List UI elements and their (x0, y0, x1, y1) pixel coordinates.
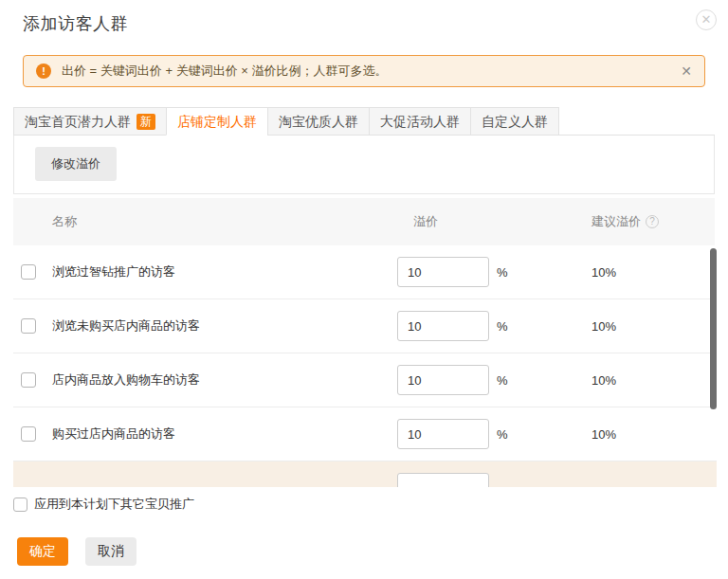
header-suggested: 建议溢价 ? (592, 213, 715, 230)
premium-input[interactable] (397, 473, 489, 487)
apply-to-plan-row: 应用到本计划下其它宝贝推广 (13, 496, 728, 513)
audience-name: 店内商品放入购物车的访客 (52, 371, 397, 389)
edit-premium-button[interactable]: 修改溢价 (35, 147, 117, 181)
apply-checkbox[interactable] (13, 498, 27, 512)
percent-suffix: % (497, 373, 508, 388)
alert-icon: ! (36, 63, 51, 79)
tab-label: 淘宝首页潜力人群 (25, 108, 131, 135)
table-row: 浏览未购买店内商品的访客 % 10% (13, 299, 717, 353)
apply-label: 应用到本计划下其它宝贝推广 (34, 496, 194, 513)
table-row: 店内商品放入购物车的访客 % 10% (13, 353, 717, 407)
table-row-partial (13, 461, 717, 487)
suggested-premium: 10% (592, 427, 715, 442)
row-checkbox[interactable] (21, 426, 36, 442)
table-row: 购买过店内商品的访客 % 10% (13, 407, 717, 461)
page-title: 添加访客人群 (0, 0, 728, 35)
confirm-button[interactable]: 确定 (17, 537, 68, 566)
tab-label: 店铺定制人群 (177, 108, 257, 135)
audience-name: 浏览过智钻推广的访客 (52, 263, 397, 280)
row-checkbox[interactable] (21, 264, 36, 280)
tab-taobao-quality[interactable]: 淘宝优质人群 (267, 107, 370, 136)
premium-input[interactable] (397, 365, 489, 395)
table-row: 浏览过智钻推广的访客 % 10% (13, 245, 717, 299)
suggested-premium: 10% (592, 373, 715, 388)
tab-shop-custom[interactable]: 店铺定制人群 (166, 107, 268, 136)
close-icon[interactable]: ✕ (696, 9, 717, 30)
footer-actions: 确定 取消 (17, 537, 728, 566)
premium-input[interactable] (397, 419, 489, 449)
audience-tabs: 淘宝首页潜力人群 新 店铺定制人群 淘宝优质人群 大促活动人群 自定义人群 (13, 107, 715, 136)
suggested-premium: 10% (592, 319, 715, 334)
help-icon[interactable]: ? (646, 215, 659, 228)
header-name: 名称 (13, 213, 397, 230)
audience-name: 浏览未购买店内商品的访客 (52, 317, 397, 335)
new-badge: 新 (136, 114, 155, 130)
notice-text: 出价 = 关键词出价 + 关键词出价 × 溢价比例；人群可多选。 (62, 63, 387, 80)
audience-name: 购买过店内商品的访客 (52, 425, 397, 443)
suggested-premium: 10% (592, 265, 715, 280)
audience-table-body: 浏览过智钻推广的访客 % 10% 浏览未购买店内商品的访客 % 10% 店内商品… (13, 245, 717, 487)
tab-taobao-homepage-potential[interactable]: 淘宝首页潜力人群 新 (13, 107, 167, 136)
scrollbar-thumb[interactable] (710, 248, 717, 409)
notice-close-icon[interactable]: ✕ (681, 64, 692, 78)
premium-input[interactable] (397, 311, 489, 341)
table-header: 名称 溢价 建议溢价 ? (13, 198, 715, 245)
tab-promotion-event[interactable]: 大促活动人群 (369, 107, 471, 136)
tab-custom-audience[interactable]: 自定义人群 (470, 107, 559, 136)
tab-label: 淘宝优质人群 (279, 108, 358, 135)
tab-label: 大促活动人群 (380, 108, 460, 135)
header-suggested-label: 建议溢价 (592, 213, 641, 230)
row-checkbox[interactable] (21, 318, 36, 334)
bid-formula-notice: ! 出价 = 关键词出价 + 关键词出价 × 溢价比例；人群可多选。 ✕ (23, 55, 705, 87)
header-premium: 溢价 (397, 213, 592, 230)
tab-toolbar: 修改溢价 (13, 136, 715, 194)
percent-suffix: % (497, 265, 508, 280)
tab-label: 自定义人群 (482, 108, 548, 135)
premium-input[interactable] (397, 257, 489, 287)
percent-suffix: % (497, 319, 508, 334)
percent-suffix: % (497, 427, 508, 442)
row-checkbox[interactable] (21, 372, 36, 388)
cancel-button[interactable]: 取消 (85, 537, 136, 566)
